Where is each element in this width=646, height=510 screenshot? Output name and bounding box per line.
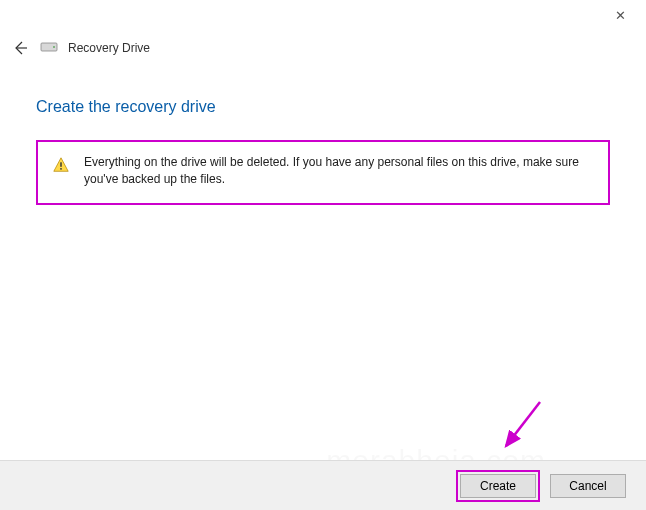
page-title: Create the recovery drive	[36, 98, 610, 116]
wizard-header: Recovery Drive	[0, 32, 646, 58]
svg-rect-4	[60, 168, 61, 170]
wizard-content: Create the recovery drive Everything on …	[0, 58, 646, 205]
wizard-button-bar: Create Cancel	[0, 460, 646, 510]
create-button-highlight: Create	[456, 470, 540, 502]
svg-line-5	[506, 402, 540, 446]
title-bar: ✕	[0, 0, 646, 32]
warning-text: Everything on the drive will be deleted.…	[84, 154, 594, 189]
close-icon[interactable]: ✕	[608, 4, 632, 28]
warning-icon	[52, 156, 70, 178]
svg-rect-3	[60, 162, 61, 167]
svg-point-2	[53, 46, 55, 48]
cancel-button[interactable]: Cancel	[550, 474, 626, 498]
create-button[interactable]: Create	[460, 474, 536, 498]
window-title: Recovery Drive	[68, 41, 150, 55]
annotation-arrow-icon	[492, 396, 552, 456]
back-arrow-icon[interactable]	[10, 38, 30, 58]
drive-icon	[40, 39, 58, 57]
warning-panel: Everything on the drive will be deleted.…	[36, 140, 610, 205]
